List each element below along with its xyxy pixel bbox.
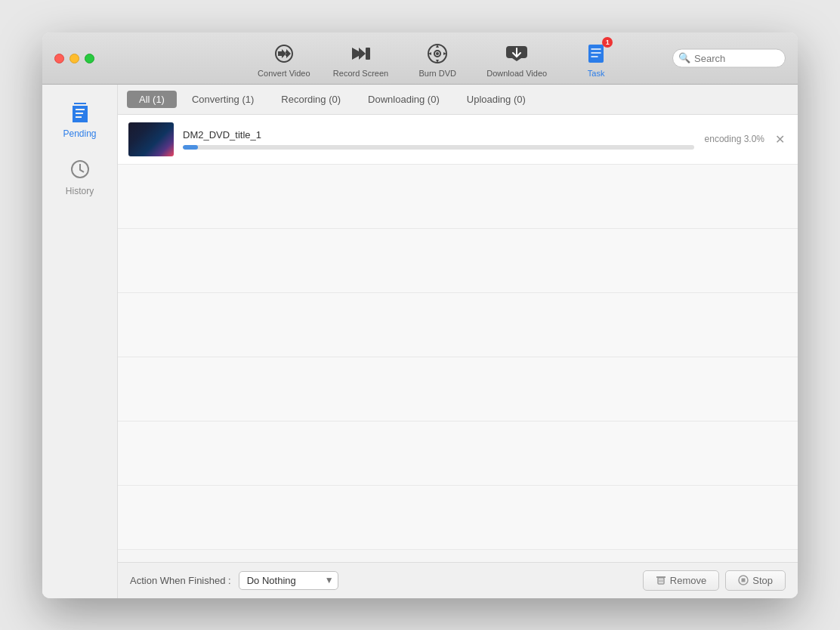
svg-rect-0 [366, 48, 370, 60]
record-screen-icon [349, 42, 373, 66]
main-area: Pending History All (1) Converting (1) R… [42, 85, 798, 598]
svg-rect-4 [588, 45, 604, 63]
progress-bar-wrap [183, 145, 694, 150]
task-close-button[interactable]: ✕ [772, 131, 787, 147]
task-list: DM2_DVD_title_1 encoding 3.0% ✕ [118, 115, 798, 562]
download-video-label: Download Video [486, 69, 547, 78]
download-video-icon [505, 42, 529, 66]
task-status: encoding 3.0% [705, 134, 764, 144]
task-info: DM2_DVD_title_1 [183, 129, 694, 150]
record-screen-icon-wrap [347, 40, 375, 67]
task-badge: 1 [602, 37, 613, 48]
toolbar-download-video[interactable]: Download Video [486, 40, 547, 78]
burn-dvd-icon-wrap [424, 40, 451, 67]
sidebar: Pending History [42, 85, 118, 598]
toolbar-convert-video[interactable]: Convert Video [258, 40, 310, 78]
tab-converting[interactable]: Converting (1) [180, 91, 266, 108]
titlebar: Convert Video Record Screen [42, 32, 798, 85]
action-wrap: Action When Finished : Do Nothing Shut D… [130, 571, 338, 590]
task-thumbnail [128, 122, 174, 156]
bottom-buttons: Remove Stop [643, 570, 786, 591]
toolbar-burn-dvd[interactable]: Burn DVD [411, 40, 464, 78]
remove-button[interactable]: Remove [643, 570, 719, 591]
tab-all[interactable]: All (1) [127, 91, 177, 108]
svg-rect-8 [742, 579, 746, 582]
convert-video-label: Convert Video [258, 69, 310, 78]
empty-row [118, 165, 798, 229]
tab-downloading[interactable]: Downloading (0) [356, 91, 452, 108]
empty-row [118, 357, 798, 422]
stop-icon [738, 575, 749, 585]
action-select[interactable]: Do Nothing Shut Down Sleep Quit Applicat… [239, 571, 338, 590]
pending-label: Pending [63, 128, 96, 139]
burn-dvd-icon [425, 42, 449, 66]
tab-uploading[interactable]: Uploading (0) [455, 91, 538, 108]
toolbar-record-screen[interactable]: Record Screen [333, 40, 388, 78]
close-button[interactable] [54, 54, 64, 63]
record-screen-label: Record Screen [333, 69, 388, 78]
empty-row [118, 293, 798, 357]
history-icon [66, 156, 94, 183]
empty-row [118, 486, 798, 550]
convert-video-icon-2 [270, 40, 295, 64]
toolbar-task[interactable]: 1 Task [570, 40, 622, 78]
sidebar-item-pending[interactable]: Pending [50, 92, 110, 144]
search-icon: 🔍 [678, 52, 690, 63]
table-row: DM2_DVD_title_1 encoding 3.0% ✕ [118, 115, 798, 165]
tab-recording[interactable]: Recording (0) [269, 91, 353, 108]
stop-label: Stop [752, 575, 773, 586]
action-label: Action When Finished : [130, 575, 231, 586]
traffic-lights [54, 54, 94, 63]
bottom-bar: Action When Finished : Do Nothing Shut D… [118, 562, 798, 598]
svg-point-3 [436, 52, 439, 55]
thumb-image [128, 122, 174, 156]
task-label: Task [588, 69, 605, 78]
burn-dvd-label: Burn DVD [418, 69, 456, 78]
stop-button[interactable]: Stop [725, 570, 786, 591]
minimize-button[interactable] [69, 54, 79, 63]
progress-bar-fill [183, 145, 198, 150]
empty-row [118, 422, 798, 486]
sidebar-item-history[interactable]: History [50, 150, 110, 201]
convert-video-icon-wrap [270, 40, 298, 67]
empty-row [118, 229, 798, 293]
task-name: DM2_DVD_title_1 [183, 129, 694, 141]
download-video-icon-wrap [503, 40, 530, 67]
app-window: Convert Video Record Screen [42, 32, 798, 598]
tabs-bar: All (1) Converting (1) Recording (0) Dow… [118, 85, 798, 115]
search-wrap: 🔍 [672, 48, 786, 67]
remove-icon [656, 575, 666, 585]
remove-label: Remove [670, 575, 706, 586]
history-label: History [66, 186, 94, 196]
action-select-wrap: Do Nothing Shut Down Sleep Quit Applicat… [239, 571, 338, 590]
maximize-button[interactable] [85, 54, 94, 63]
task-icon-wrap: 1 [582, 40, 610, 67]
pending-icon [66, 98, 94, 125]
content-area: All (1) Converting (1) Recording (0) Dow… [118, 85, 798, 598]
